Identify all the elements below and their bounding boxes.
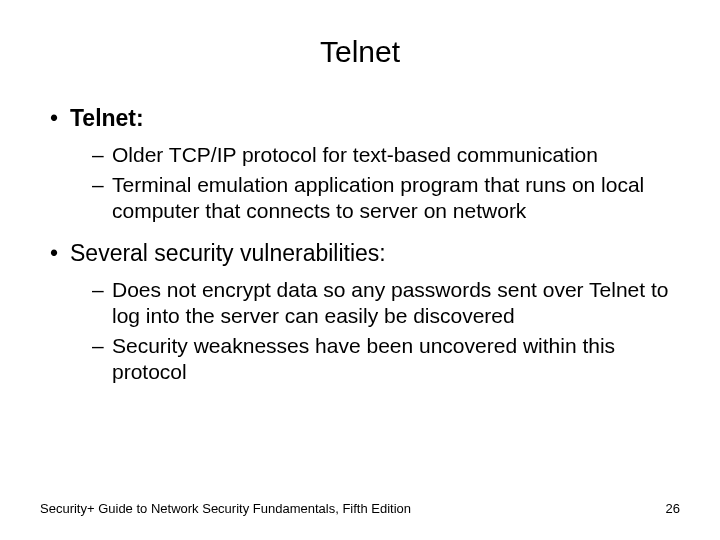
bullet-level2: Security weaknesses have been uncovered … (50, 333, 680, 386)
bullet-level2: Terminal emulation application program t… (50, 172, 680, 225)
bullet-level1: Several security vulnerabilities: (50, 239, 680, 269)
page-number: 26 (666, 501, 680, 516)
footer-source: Security+ Guide to Network Security Fund… (40, 501, 411, 516)
slide-title: Telnet (40, 35, 680, 69)
bullet-level2: Does not encrypt data so any passwords s… (50, 277, 680, 330)
slide-footer: Security+ Guide to Network Security Fund… (40, 501, 680, 516)
bullet-level2: Older TCP/IP protocol for text-based com… (50, 142, 680, 168)
slide-content: Telnet: Older TCP/IP protocol for text-b… (40, 104, 680, 386)
bullet-text: Telnet: (70, 105, 144, 131)
bullet-level1: Telnet: (50, 104, 680, 134)
